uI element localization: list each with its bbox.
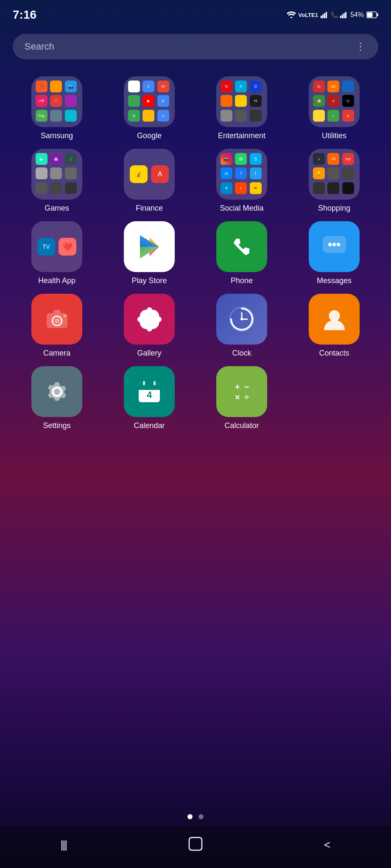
games-icon: ▶ ▦ 🌲 [31, 149, 82, 200]
svg-text:4: 4 [147, 389, 152, 400]
gallery-label: Gallery [137, 349, 161, 358]
app-item-entertainment[interactable]: N P D H Entertainment [198, 76, 286, 140]
calculator-label: Calculator [224, 421, 259, 430]
call-icon: 📞 [331, 11, 338, 18]
clock-label: Clock [232, 349, 251, 358]
games-label: Games [45, 204, 69, 213]
search-more-options[interactable]: ⋮ [355, 41, 366, 53]
page-dot-2[interactable] [198, 814, 204, 819]
utilities-label: Utilities [322, 131, 346, 140]
status-icons: VoLTE1 📞 54% [287, 11, 379, 19]
phone-icon [216, 221, 267, 272]
app-item-google[interactable]: G C M 📍 ▶ D S A Google [105, 76, 193, 140]
svg-rect-6 [342, 14, 343, 18]
clock-icon [216, 294, 267, 345]
svg-rect-1 [322, 14, 324, 18]
svg-marker-18 [140, 247, 159, 259]
app-item-messages[interactable]: Messages [290, 221, 378, 285]
status-time: 7:16 [13, 8, 36, 22]
camera-icon [31, 294, 82, 345]
signal2-icon [340, 11, 348, 18]
social-media-label: Social Media [220, 204, 263, 213]
calendar-label: Calendar [134, 421, 165, 430]
contacts-icon [309, 294, 360, 345]
gallery-icon [124, 294, 175, 345]
app-item-utilities[interactable]: O UC 🏠 A U ✓ a Utilities [290, 76, 378, 140]
play-store-label: Play Store [131, 276, 167, 285]
app-item-shopping[interactable]: a bb my 💡 Shopping [290, 149, 378, 213]
app-item-social-media[interactable]: 📷 W S m f t ✈ r ✏ Social Media [198, 149, 286, 213]
svg-text:−: − [244, 382, 249, 392]
back-button[interactable]: < [324, 838, 330, 851]
settings-icon [31, 366, 82, 417]
samsung-label: Samsung [41, 131, 73, 140]
messages-label: Messages [317, 276, 352, 285]
svg-rect-11 [367, 13, 373, 17]
svg-point-22 [337, 243, 340, 246]
app-row-2: ▶ ▦ 🌲 Games 💰 A Finance 📷 [0, 149, 391, 221]
app-row-3: TV ❤️ Health App [0, 221, 391, 294]
svg-rect-3 [326, 12, 327, 18]
messages-icon [309, 221, 360, 272]
svg-rect-47 [154, 381, 156, 385]
app-item-camera[interactable]: Camera [13, 294, 101, 358]
samsung-icon: 🎵 📷 AR 🛒 Pay [31, 76, 82, 127]
recent-apps-button[interactable]: ||| [61, 838, 67, 851]
entertainment-label: Entertainment [218, 131, 265, 140]
page-dot-1[interactable] [187, 814, 193, 819]
app-item-play-store[interactable]: Play Store [105, 221, 193, 285]
search-bar[interactable]: Search ⋮ [13, 34, 378, 59]
search-placeholder: Search [25, 41, 54, 52]
svg-text:📞: 📞 [331, 11, 338, 18]
svg-rect-52 [189, 837, 202, 850]
app-item-clock[interactable]: Clock [198, 294, 286, 358]
app-item-settings[interactable]: Settings [13, 366, 101, 430]
health-app-icon: TV ❤️ [31, 221, 82, 272]
app-item-health-app[interactable]: TV ❤️ Health App [13, 221, 101, 285]
svg-marker-17 [140, 235, 159, 247]
svg-text:×: × [235, 392, 240, 402]
app-item-calendar[interactable]: 4 Calendar [105, 366, 193, 430]
app-item-gallery[interactable]: Gallery [105, 294, 193, 358]
svg-rect-10 [377, 14, 378, 16]
svg-rect-8 [345, 12, 346, 18]
app-item-phone[interactable]: Phone [198, 221, 286, 285]
finance-label: Finance [136, 204, 163, 213]
shopping-icon: a bb my 💡 [309, 149, 360, 200]
finance-icon: 💰 A [124, 149, 175, 200]
volte-icon: VoLTE1 [299, 12, 318, 18]
svg-point-39 [240, 318, 243, 320]
svg-text:÷: ÷ [244, 392, 249, 402]
app-row-1: 🎵 📷 AR 🛒 Pay Samsung G C M 📍 ▶ D S [0, 68, 391, 149]
settings-label: Settings [43, 421, 70, 430]
signal-icon [321, 11, 328, 18]
status-bar: 7:16 VoLTE1 📞 54% [0, 0, 391, 25]
nav-bar: ||| < [0, 826, 391, 868]
battery-icon [366, 11, 378, 18]
shopping-label: Shopping [318, 204, 350, 213]
svg-rect-2 [324, 13, 325, 18]
empty-slot [290, 366, 378, 430]
svg-rect-0 [321, 16, 322, 18]
svg-rect-26 [64, 315, 66, 317]
app-item-finance[interactable]: 💰 A Finance [105, 149, 193, 213]
health-app-label: Health App [38, 276, 75, 285]
app-item-calculator[interactable]: + − × ÷ Calculator [198, 366, 286, 430]
google-label: Google [137, 131, 162, 140]
play-store-icon [124, 221, 175, 272]
svg-rect-7 [344, 13, 345, 18]
app-item-games[interactable]: ▶ ▦ 🌲 Games [13, 149, 101, 213]
page-dots [0, 814, 391, 819]
entertainment-icon: N P D H [216, 76, 267, 127]
svg-point-25 [54, 318, 59, 323]
calendar-icon: 4 [124, 366, 175, 417]
google-icon: G C M 📍 ▶ D S A [124, 76, 175, 127]
app-row-4: Camera Gallery [0, 294, 391, 366]
contacts-label: Contacts [319, 349, 349, 358]
app-item-contacts[interactable]: Contacts [290, 294, 378, 358]
svg-text:+: + [235, 382, 240, 392]
app-item-samsung[interactable]: 🎵 📷 AR 🛒 Pay Samsung [13, 76, 101, 140]
home-button[interactable] [188, 836, 203, 853]
svg-point-21 [332, 243, 336, 246]
phone-label: Phone [231, 276, 253, 285]
